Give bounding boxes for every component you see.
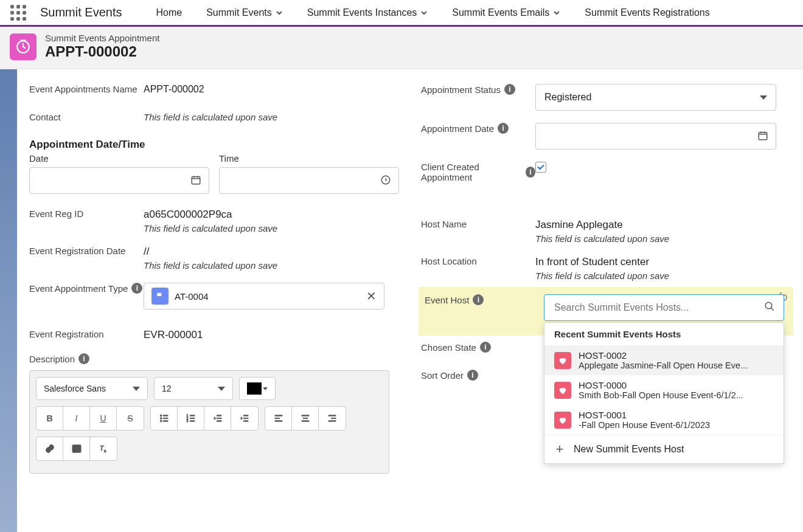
align-center-button[interactable] xyxy=(292,407,319,430)
top-nav: Summit Events Home Summit Events Summit … xyxy=(0,0,803,27)
note-event-reg-date: This field is calculated upon save xyxy=(144,260,399,271)
value-event-reg-date: // xyxy=(144,246,399,258)
svg-rect-17 xyxy=(217,421,221,422)
bold-button[interactable]: B xyxy=(36,407,63,430)
field-host-location: Host Location In front of Student center… xyxy=(421,250,791,287)
field-event-reg-id: Event Reg ID a065C000002P9ca This field … xyxy=(29,202,399,240)
value-appt-type: AT-0004 xyxy=(175,291,209,302)
note-contact: This field is calculated upon save xyxy=(144,112,399,122)
label-description: Description xyxy=(29,354,75,364)
calendar-icon xyxy=(190,174,201,187)
svg-rect-34 xyxy=(759,132,767,139)
nav-instances[interactable]: Summit Events Instances xyxy=(295,0,440,26)
strike-button[interactable]: S xyxy=(117,407,144,430)
input-appt-date[interactable] xyxy=(535,123,776,150)
info-icon[interactable]: i xyxy=(467,370,478,381)
left-column: Event Appointments Name APPT-000002 Cont… xyxy=(29,78,399,480)
align-right-button[interactable] xyxy=(319,407,346,430)
outdent-button[interactable] xyxy=(204,407,231,430)
svg-text:x: x xyxy=(104,448,106,454)
image-button[interactable] xyxy=(63,437,90,460)
label-status: Appointment Status xyxy=(421,85,501,95)
number-list-button[interactable]: 123 xyxy=(178,407,204,430)
nav-home[interactable]: Home xyxy=(144,0,194,26)
dropdown-item-host-0002[interactable]: HOST-0002 Applegate Jasmine-Fall Open Ho… xyxy=(544,345,784,375)
note-host-location: This field is calculated upon save xyxy=(535,271,791,281)
note-event-reg-id: This field is calculated upon save xyxy=(144,223,399,233)
svg-rect-6 xyxy=(163,418,168,419)
value-event-registration: EVR-000001 xyxy=(144,329,399,341)
svg-rect-25 xyxy=(303,418,308,419)
app-launcher-icon[interactable] xyxy=(7,2,29,24)
bullet-list-button[interactable] xyxy=(151,407,178,430)
label-host-name: Host Name xyxy=(421,219,535,229)
field-appt-name: Event Appointments Name APPT-000002 xyxy=(29,78,399,106)
nav-summit-events-label: Summit Events xyxy=(206,7,272,18)
svg-point-3 xyxy=(160,415,162,416)
label-sort-order: Sort Order xyxy=(421,370,464,381)
align-left-button[interactable] xyxy=(265,407,292,430)
chevron-down-icon xyxy=(218,387,225,391)
info-icon[interactable]: i xyxy=(504,84,515,95)
info-icon[interactable]: i xyxy=(473,294,484,305)
dropdown-item-detail: Applegate Jasmine-Fall Open House Eve... xyxy=(579,361,748,370)
svg-rect-4 xyxy=(163,415,168,416)
heart-icon xyxy=(554,382,571,399)
info-icon[interactable]: i xyxy=(131,283,142,294)
info-icon[interactable]: i xyxy=(498,123,509,134)
nav-summit-events[interactable]: Summit Events xyxy=(194,0,295,26)
italic-button[interactable]: I xyxy=(63,407,90,430)
close-icon[interactable]: ✕ xyxy=(366,289,377,303)
left-decorative-stripe xyxy=(0,69,17,532)
svg-point-7 xyxy=(160,420,162,422)
info-icon[interactable]: i xyxy=(480,342,491,353)
field-event-reg-date: Event Registration Date // This field is… xyxy=(29,240,399,277)
field-event-registration: Event Registration EVR-000001 xyxy=(29,316,399,347)
field-host-name: Host Name Jasmine Applegate This field i… xyxy=(421,213,791,250)
heart-icon xyxy=(554,352,571,369)
svg-point-31 xyxy=(74,447,76,449)
pill-appt-type[interactable]: AT-0004 ✕ xyxy=(144,283,384,309)
underline-button[interactable]: U xyxy=(90,407,117,430)
svg-rect-19 xyxy=(244,418,249,419)
dropdown-new-host[interactable]: + New Summit Events Host xyxy=(544,435,784,463)
font-family-select[interactable]: Salesforce Sans xyxy=(36,377,148,400)
plus-icon: + xyxy=(554,441,565,457)
select-status[interactable]: Registered xyxy=(535,84,776,111)
lookup-event-host[interactable] xyxy=(544,294,784,321)
event-host-highlight: Event Host i Recent Summit Events Hosts xyxy=(419,287,793,336)
nav-emails[interactable]: Summit Events Emails xyxy=(440,0,572,26)
svg-rect-26 xyxy=(302,421,309,422)
field-appt-date: Appointment Date i xyxy=(421,117,791,156)
right-column: Appointment Status i Registered Appointm… xyxy=(421,78,791,480)
info-icon[interactable]: i xyxy=(526,167,535,178)
label-time: Time xyxy=(219,153,399,164)
font-size-select[interactable]: 12 xyxy=(154,377,233,400)
lookup-input[interactable] xyxy=(553,302,753,314)
font-color-select[interactable] xyxy=(239,377,276,400)
rich-text-editor[interactable]: Salesforce Sans 12 xyxy=(29,370,389,474)
svg-rect-12 xyxy=(190,418,195,419)
field-appt-type: Event Appointment Type i AT-0004 ✕ xyxy=(29,277,399,316)
clear-format-button[interactable]: Tx xyxy=(90,437,117,460)
field-client-created: Client Created Appointment i xyxy=(421,156,791,188)
indent-button[interactable] xyxy=(231,407,258,430)
input-date[interactable] xyxy=(29,167,209,194)
label-contact: Contact xyxy=(29,112,144,122)
appointment-object-icon xyxy=(10,33,36,60)
input-time[interactable] xyxy=(219,167,399,194)
link-button[interactable] xyxy=(36,437,63,460)
svg-rect-21 xyxy=(275,415,282,416)
nav-registrations[interactable]: Summit Events Registrations xyxy=(572,0,721,26)
search-icon xyxy=(764,301,775,314)
color-swatch xyxy=(247,382,262,395)
dropdown-item-host-0000[interactable]: HOST-0000 Smith Bob-Fall Open House Even… xyxy=(544,375,784,405)
checkbox-client-created[interactable] xyxy=(535,162,546,173)
waffle-icon xyxy=(10,5,26,21)
dropdown-item-host-0001[interactable]: HOST-0001 -Fall Open House Event-6/1/202… xyxy=(544,405,784,435)
chevron-down-icon xyxy=(760,95,767,100)
svg-rect-20 xyxy=(244,421,249,422)
record-title: APPT-000002 xyxy=(45,43,159,60)
value-status: Registered xyxy=(544,92,591,103)
info-icon[interactable]: i xyxy=(78,353,89,364)
